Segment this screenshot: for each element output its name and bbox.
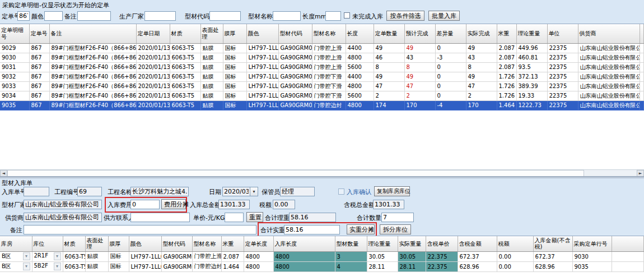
inbound-confirm-checkbox[interactable] xyxy=(338,188,344,195)
table-cell[interactable]: GA90GRM04 xyxy=(278,91,312,100)
table-row[interactable]: 903086789#门框型材F26-F40（866+867）2020/01/13… xyxy=(0,53,644,62)
column-header[interactable]: 型材名称 xyxy=(192,236,221,251)
table-cell[interactable]: 门带腔下滑 xyxy=(312,81,346,91)
table-cell[interactable]: 628.96 xyxy=(533,261,572,272)
table-cell[interactable]: 国标 xyxy=(108,261,129,272)
column-header[interactable]: 米重 xyxy=(497,24,516,43)
table-row[interactable]: 903486789#门框型材F26-F40（866+867）2020/01/13… xyxy=(0,91,644,100)
table-cell[interactable]: 867 xyxy=(29,43,49,53)
table-cell[interactable]: 867 xyxy=(29,53,49,62)
table-cell[interactable]: 867 xyxy=(29,91,49,100)
column-header[interactable]: 表面处理 xyxy=(85,236,108,251)
table-cell[interactable]: 47 xyxy=(404,81,435,91)
table-cell[interactable]: GA90GRM03 xyxy=(278,43,312,53)
table-cell[interactable]: 5600 xyxy=(346,62,374,72)
filter-input-profile-code[interactable] xyxy=(209,11,241,21)
table-cell[interactable]: 2020/01/13 xyxy=(136,91,170,100)
column-header[interactable]: 采购定单行号 xyxy=(572,236,612,251)
table-cell[interactable]: 8 xyxy=(374,62,404,72)
filter-input-profile-name[interactable] xyxy=(273,11,301,21)
column-header[interactable]: 膜厚 xyxy=(108,236,129,251)
table-cell[interactable]: LH797-1LL0 xyxy=(129,251,161,261)
filter-input-color[interactable] xyxy=(44,11,63,21)
table-cell[interactable]: 1.726 xyxy=(497,81,516,91)
table-cell[interactable]: 22.375 xyxy=(426,251,458,261)
remark-field[interactable] xyxy=(24,225,256,234)
table-row[interactable]: 903386789#门框型材F26-F40（866+867）2020/01/13… xyxy=(0,81,644,91)
filter-input-order-no[interactable] xyxy=(17,11,30,21)
table-cell[interactable]: 22375 xyxy=(547,62,578,72)
total-qty-field[interactable] xyxy=(381,213,414,222)
table-cell[interactable]: 1.726 xyxy=(497,72,516,81)
table-cell[interactable]: 4800 xyxy=(346,81,374,91)
unit-price-field[interactable] xyxy=(225,213,244,222)
table-cell[interactable]: GA90GRM05 xyxy=(161,261,192,272)
table-cell[interactable]: 89#门框型材F26-F40（866+867） xyxy=(49,91,136,100)
table-cell[interactable]: 672.37 xyxy=(533,251,572,261)
table-cell[interactable]: 山东南山铝业股份有限公司 xyxy=(578,43,640,53)
split-location-button[interactable]: 拆分库位 xyxy=(380,224,411,234)
table-cell[interactable]: 国标 xyxy=(223,62,246,72)
column-header[interactable]: 型材代码 xyxy=(161,236,192,251)
table-cell[interactable]: 46 xyxy=(374,53,404,62)
table-cell[interactable]: LH797-1LL0 xyxy=(246,100,278,110)
table-cell[interactable]: ▾2R1F xyxy=(32,251,63,261)
table-cell[interactable]: ▾B区 xyxy=(0,251,32,261)
dropdown-arrow-icon[interactable]: ▾ xyxy=(23,252,30,260)
table-cell[interactable]: 0.00 xyxy=(497,261,533,272)
table-cell[interactable]: 22375 xyxy=(547,100,578,110)
dropdown-arrow-icon[interactable]: ▾ xyxy=(54,263,61,270)
column-header[interactable]: 定单明细号 xyxy=(0,24,29,43)
table-cell[interactable]: LH797-1LL0 xyxy=(129,261,161,272)
column-header[interactable]: 膜厚 xyxy=(223,24,246,43)
table-cell[interactable]: GA90GRM04 xyxy=(278,72,312,81)
column-header[interactable]: 材质 xyxy=(170,24,200,43)
table-cell[interactable]: 9030 xyxy=(572,251,612,261)
table-cell[interactable]: 22375 xyxy=(547,81,578,91)
table-cell[interactable]: 43 xyxy=(404,53,435,62)
table-cell[interactable]: 0 xyxy=(435,72,466,81)
table-cell[interactable]: 89#门框型材F26-F40（866+867） xyxy=(49,53,136,62)
table-cell[interactable]: 49 xyxy=(466,72,497,81)
table-cell[interactable]: 贴膜 xyxy=(200,72,223,81)
table-cell[interactable]: 山东南山铝业股份有限公司 xyxy=(578,100,640,110)
table-cell[interactable]: 49 xyxy=(374,72,404,81)
table-cell[interactable]: 4800 xyxy=(244,261,273,272)
table-cell[interactable]: 30.05 xyxy=(367,251,398,261)
table-cell[interactable]: 93.5 xyxy=(516,62,547,72)
table-cell[interactable]: 4800 xyxy=(273,251,335,261)
filter-input-producer[interactable] xyxy=(144,11,176,21)
table-cell[interactable]: 9035 xyxy=(572,261,612,272)
column-header[interactable]: 型材名称 xyxy=(312,24,346,43)
table-cell[interactable]: 6063-T5 xyxy=(170,53,200,62)
inbound-total-field[interactable] xyxy=(218,200,250,209)
table-cell[interactable]: 9035 xyxy=(0,100,29,110)
table-cell[interactable]: 4 xyxy=(335,261,367,272)
table-cell[interactable]: 1222.73 xyxy=(516,100,547,110)
section-splitter[interactable] xyxy=(0,176,644,178)
column-header[interactable]: 米重 xyxy=(221,236,244,251)
table-cell[interactable]: 19.33 xyxy=(516,91,547,100)
table-cell[interactable]: 389.39 xyxy=(516,81,547,91)
total-with-tax-field[interactable] xyxy=(373,200,404,209)
table-cell[interactable]: 89#门框型材F26-F40（866+867） xyxy=(49,43,136,53)
table-cell[interactable]: 49 xyxy=(374,43,404,53)
column-header[interactable]: 理论重量 xyxy=(516,24,547,43)
table-cell[interactable]: ▾B区 xyxy=(0,261,32,272)
reset-button[interactable]: 重置 xyxy=(246,212,263,222)
table-cell[interactable]: 1.464 xyxy=(497,100,516,110)
table-cell[interactable]: 门带腔下滑 xyxy=(312,91,346,100)
table-cell[interactable]: 9033 xyxy=(0,81,29,91)
table-cell[interactable]: 174 xyxy=(374,100,404,110)
table-cell[interactable]: LH797-1LL0 xyxy=(246,43,278,53)
table-cell[interactable]: 门带腔边封 xyxy=(192,261,221,272)
filter-by-condition-button[interactable]: 按条件筛选 xyxy=(386,11,424,21)
table-cell[interactable]: 国标 xyxy=(223,100,246,110)
table-cell[interactable]: 0 xyxy=(435,91,466,100)
column-header[interactable]: 颜色 xyxy=(246,24,278,43)
table-cell[interactable]: 门带腔上滑 xyxy=(192,251,221,261)
table-cell[interactable]: 2.087 xyxy=(497,43,516,53)
column-header[interactable]: 备注 xyxy=(49,24,136,43)
table-cell[interactable]: 6063-T5 xyxy=(63,261,85,272)
table-cell[interactable]: 449.96 xyxy=(516,43,547,53)
